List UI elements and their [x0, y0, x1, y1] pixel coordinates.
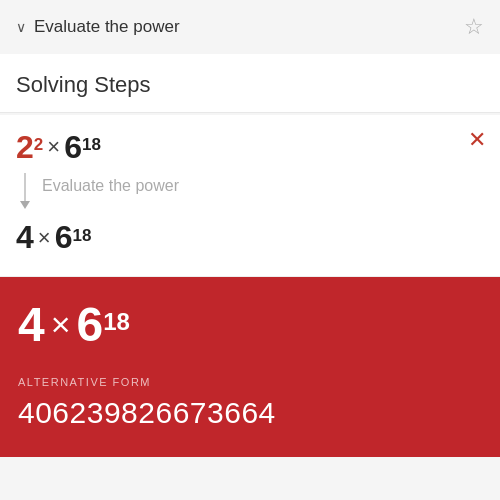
- answer-base1: 4: [18, 297, 45, 352]
- close-button[interactable]: ✕: [468, 129, 486, 151]
- answer-operator: ×: [51, 305, 71, 344]
- step-description-row: Evaluate the power: [20, 173, 484, 209]
- input-base2: 6: [64, 131, 82, 163]
- solving-steps-title: Solving Steps: [16, 72, 151, 97]
- multiply-operator: ×: [47, 136, 60, 158]
- answer-base2: 6: [77, 297, 104, 352]
- result-base2: 6: [55, 219, 73, 256]
- top-bar-left: ∨ Evaluate the power: [16, 17, 180, 37]
- star-icon[interactable]: ☆: [464, 14, 484, 40]
- arrow-down-icon: [20, 201, 30, 209]
- result-exp2: 18: [72, 226, 91, 246]
- vertical-line: [24, 173, 26, 201]
- alternative-form-value: 406239826673664: [18, 396, 482, 430]
- result-base1: 4: [16, 219, 34, 256]
- input-expression: 22 × 618: [16, 131, 484, 163]
- input-exp1: 2: [34, 136, 43, 153]
- answer-panel: 4 × 618 ALTERNATIVE FORM 406239826673664: [0, 277, 500, 457]
- top-bar-title: Evaluate the power: [34, 17, 180, 37]
- answer-exp: 18: [103, 308, 130, 336]
- result-expression: 4 × 618: [16, 219, 484, 256]
- input-exp2: 18: [82, 136, 101, 153]
- chevron-down-icon[interactable]: ∨: [16, 19, 26, 35]
- step-label: Evaluate the power: [42, 173, 179, 195]
- alternative-form-label: ALTERNATIVE FORM: [18, 376, 482, 388]
- top-bar: ∨ Evaluate the power ☆: [0, 0, 500, 54]
- input-base1: 2: [16, 131, 34, 163]
- solving-steps-header: Solving Steps: [0, 54, 500, 113]
- result-multiply-operator: ×: [38, 225, 51, 251]
- arrow-column: [20, 173, 30, 209]
- answer-main-expression: 4 × 618: [18, 297, 482, 352]
- steps-card: ✕ 22 × 618 Evaluate the power 4 × 618: [0, 115, 500, 277]
